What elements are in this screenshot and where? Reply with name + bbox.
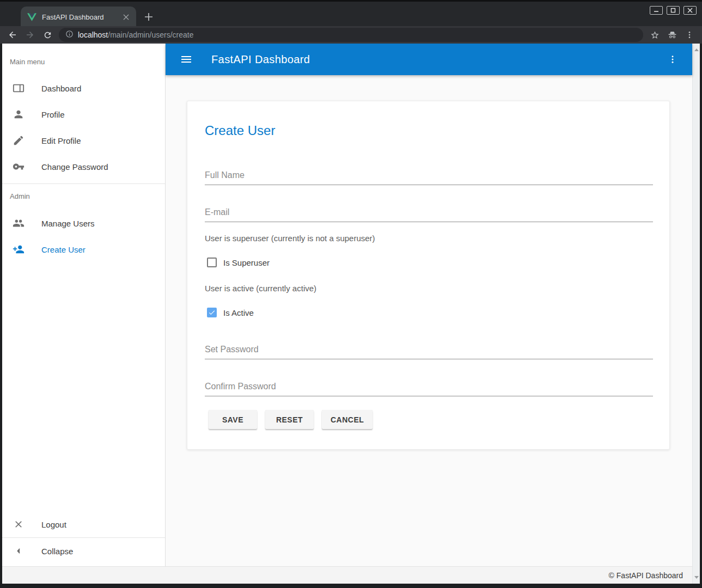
minimize-button[interactable] xyxy=(650,6,663,15)
sidebar-item-label: Collapse xyxy=(41,547,73,556)
sidebar-section-header-main-menu: Main menu xyxy=(2,44,165,75)
scroll-up-arrow-icon[interactable] xyxy=(694,48,699,51)
tab-title: FastAPI Dashboard xyxy=(42,13,121,21)
app-bar-kebab-icon[interactable] xyxy=(665,52,680,67)
site-info-icon[interactable] xyxy=(65,30,74,40)
checkbox-unchecked-icon[interactable] xyxy=(207,258,217,267)
maximize-button[interactable] xyxy=(667,6,680,15)
sidebar-item-manage-users[interactable]: Manage Users xyxy=(2,210,165,236)
set-password-field[interactable] xyxy=(205,340,653,359)
window-controls xyxy=(650,6,697,15)
browser-toolbar: localhost/main/admin/users/create xyxy=(0,26,702,44)
sidebar-item-change-password[interactable]: Change Password xyxy=(2,154,165,180)
confirm-password-field[interactable] xyxy=(205,377,653,396)
hamburger-menu-icon[interactable] xyxy=(179,52,194,67)
form-title: Create User xyxy=(205,123,275,138)
sidebar-item-dashboard[interactable]: Dashboard xyxy=(2,75,165,101)
sidebar-item-label: Dashboard xyxy=(41,84,81,93)
tab-close-icon[interactable] xyxy=(121,13,131,22)
forward-icon[interactable] xyxy=(24,29,36,41)
page-content: Main menu Dashboard Profile Edit Profile xyxy=(2,44,700,584)
create-user-card: Create User User is superuser (currently… xyxy=(187,101,670,450)
chevron-left-icon xyxy=(12,544,25,558)
checkbox-label: Is Active xyxy=(223,308,254,317)
page-footer: © FastAPI Dashboard xyxy=(2,566,692,584)
reload-icon[interactable] xyxy=(41,29,53,41)
scroll-down-arrow-icon[interactable] xyxy=(694,576,699,579)
people-icon xyxy=(12,217,25,230)
url-host: localhost xyxy=(78,30,108,39)
sidebar-item-label: Manage Users xyxy=(41,219,95,228)
email-field[interactable] xyxy=(205,203,653,222)
app-bar-title: FastAPI Dashboard xyxy=(211,53,665,66)
sidebar-item-label: Edit Profile xyxy=(41,136,81,145)
close-window-button[interactable] xyxy=(683,6,697,15)
pencil-icon xyxy=(12,134,25,147)
app-bar: FastAPI Dashboard xyxy=(166,44,692,75)
form-buttons: SAVE RESET CANCEL xyxy=(209,410,373,429)
sidebar-item-create-user[interactable]: Create User xyxy=(2,236,165,262)
sidebar-item-collapse[interactable]: Collapse xyxy=(2,538,165,564)
save-button[interactable]: SAVE xyxy=(209,410,257,429)
url-path: /main/admin/users/create xyxy=(108,30,193,39)
full-name-field[interactable] xyxy=(205,166,653,185)
copyright-text: © FastAPI Dashboard xyxy=(609,571,683,580)
checkbox-label: Is Superuser xyxy=(223,258,270,267)
reset-button[interactable]: RESET xyxy=(265,410,314,429)
superuser-note: User is superuser (currently is not a su… xyxy=(205,234,375,243)
back-icon[interactable] xyxy=(7,29,19,41)
sidebar-item-profile[interactable]: Profile xyxy=(2,101,165,127)
sidebar-item-logout[interactable]: Logout xyxy=(2,511,165,537)
person-add-icon xyxy=(12,243,25,256)
tab-strip: FastAPI Dashboard xyxy=(0,0,702,26)
sidebar-section-header-admin: Admin xyxy=(2,184,165,210)
browser-menu-kebab-icon[interactable] xyxy=(683,29,695,41)
sidebar-item-edit-profile[interactable]: Edit Profile xyxy=(2,127,165,154)
url-text: localhost/main/admin/users/create xyxy=(78,30,193,39)
vue-favicon-icon xyxy=(27,13,36,21)
sidebar-item-label: Profile xyxy=(41,110,65,119)
close-x-icon xyxy=(12,518,25,531)
sidebar-item-label: Logout xyxy=(41,520,66,529)
address-bar[interactable]: localhost/main/admin/users/create xyxy=(59,28,643,42)
sidebar: Main menu Dashboard Profile Edit Profile xyxy=(2,44,166,566)
checkbox-checked-icon[interactable] xyxy=(207,308,217,317)
dashboard-icon xyxy=(12,82,25,95)
incognito-icon xyxy=(666,29,678,41)
person-icon xyxy=(12,108,25,121)
browser-window: FastAPI Dashboard xyxy=(0,0,702,588)
browser-tab[interactable]: FastAPI Dashboard xyxy=(21,7,136,28)
vertical-scrollbar[interactable] xyxy=(692,44,700,584)
sidebar-item-label: Change Password xyxy=(41,162,108,171)
active-note: User is active (currently active) xyxy=(205,284,316,293)
cancel-button[interactable]: CANCEL xyxy=(322,410,373,429)
new-tab-button[interactable] xyxy=(143,11,155,23)
key-icon xyxy=(12,160,25,173)
is-active-checkbox[interactable]: Is Active xyxy=(207,308,254,317)
bookmark-star-icon[interactable] xyxy=(649,29,661,41)
sidebar-item-label: Create User xyxy=(41,245,86,254)
is-superuser-checkbox[interactable]: Is Superuser xyxy=(207,258,270,267)
